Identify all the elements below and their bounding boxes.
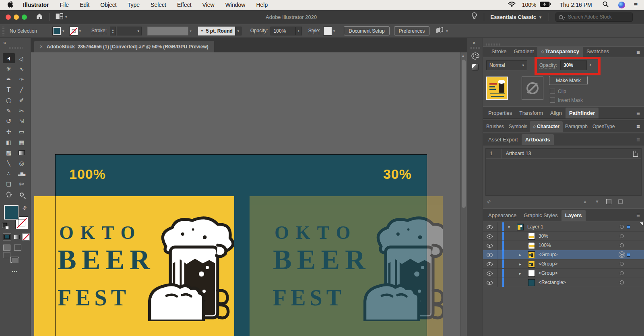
canvas-vertical-scrollbar[interactable]: ▴ xyxy=(460,52,467,336)
screen-mode-icon[interactable] xyxy=(10,257,19,263)
stroke-weight-label[interactable]: Stroke: xyxy=(91,28,107,34)
scissors-tool[interactable]: ✂ xyxy=(16,106,28,116)
target-circle-icon[interactable] xyxy=(620,271,624,275)
arrange-documents-icon[interactable] xyxy=(56,13,63,21)
stock-search-input[interactable] xyxy=(555,12,633,22)
lasso-tool[interactable]: ∿ xyxy=(16,64,28,74)
close-window-button[interactable] xyxy=(6,15,11,20)
controlbar-grip[interactable] xyxy=(2,27,4,35)
tab-transform[interactable]: Transform xyxy=(516,108,547,118)
close-document-icon[interactable]: × xyxy=(40,44,43,50)
layer-name[interactable]: <Group> xyxy=(539,270,557,276)
draw-behind-mode-icon[interactable] xyxy=(14,245,21,251)
tab-graphic-styles[interactable]: Graphic Styles xyxy=(520,210,561,221)
visibility-eye-icon[interactable] xyxy=(487,234,493,239)
visibility-eye-icon[interactable] xyxy=(487,281,493,285)
new-artboard-icon[interactable] xyxy=(606,199,611,204)
color-panel-icon[interactable] xyxy=(471,52,479,61)
layer-thumbnail[interactable] xyxy=(528,270,535,277)
pen-tool[interactable]: ✒ xyxy=(3,74,15,84)
dock-grip[interactable] xyxy=(470,47,481,49)
selection-indicator[interactable] xyxy=(627,225,630,229)
magic-wand-tool[interactable]: ✳ xyxy=(3,64,15,74)
paintbrush-tool[interactable]: ✐ xyxy=(16,95,28,105)
tab-layers[interactable]: Layers xyxy=(561,210,586,221)
ellipse-tool[interactable]: ◯ xyxy=(3,95,15,105)
opacity-label[interactable]: Opacity: xyxy=(250,28,268,34)
lightbulb-discover-icon[interactable] xyxy=(471,12,477,22)
transparency-opacity-label[interactable]: Opacity: xyxy=(539,62,557,68)
artboard-name[interactable]: Artboard 13 xyxy=(506,151,531,156)
rotate-tool[interactable]: ↺ xyxy=(3,116,15,126)
menu-view[interactable]: View xyxy=(202,2,215,8)
layer-thumbnail[interactable] xyxy=(528,279,535,286)
layer-row-group2[interactable]: ▸ <Group> xyxy=(483,259,644,269)
target-circle-icon[interactable] xyxy=(620,262,624,266)
draw-inside-mode-icon[interactable] xyxy=(3,252,10,258)
selection-indicator[interactable] xyxy=(627,253,630,257)
move-up-icon[interactable]: ▲ xyxy=(583,199,587,204)
minimize-window-button[interactable] xyxy=(14,15,19,20)
menu-help[interactable]: Help xyxy=(256,2,268,8)
layer-name[interactable]: <Group> xyxy=(539,252,557,257)
edit-toolbar-ellipsis-icon[interactable]: … xyxy=(11,266,19,274)
layer-row-100[interactable]: 100% xyxy=(483,241,644,250)
tab-transparency[interactable]: ◇Transparency xyxy=(537,46,582,57)
target-circle-icon[interactable] xyxy=(620,243,624,247)
line-segment-tool[interactable]: ╱ xyxy=(16,85,28,95)
menu-file[interactable]: File xyxy=(60,2,69,8)
symbol-sprayer-tool[interactable]: ∴ xyxy=(3,168,15,178)
layer-thumbnail[interactable] xyxy=(528,251,535,258)
tab-appearance[interactable]: Appearance xyxy=(485,210,520,221)
target-circle-icon[interactable] xyxy=(620,253,624,257)
panel-menu-icon[interactable]: ≡ xyxy=(636,109,640,116)
transparency-opacity-field[interactable]: 30% xyxy=(560,60,587,70)
artboard-tool[interactable]: ❏ xyxy=(3,179,15,189)
tab-gradient[interactable]: Gradient xyxy=(510,46,538,57)
brush-definition-preview[interactable]: • 5 pt. Round xyxy=(198,27,235,35)
mask-thumbnail-empty[interactable] xyxy=(522,77,543,100)
target-circle-icon[interactable] xyxy=(620,225,624,229)
free-transform-tool[interactable]: ▭ xyxy=(16,127,28,137)
puppet-warp-tool[interactable]: ✣ xyxy=(3,127,15,137)
color-guide-panel-icon[interactable] xyxy=(472,64,479,71)
menubar-clock[interactable]: Thu 2:16 PM xyxy=(560,2,592,8)
swap-fill-stroke-icon[interactable]: ⇄ xyxy=(21,204,28,211)
column-graph-tool[interactable]: ▂▆▄ xyxy=(16,168,28,178)
arrange-documents-chevron-icon[interactable]: ▾ xyxy=(65,15,67,19)
invert-mask-checkbox[interactable] xyxy=(550,97,555,103)
visibility-eye-icon[interactable] xyxy=(487,253,493,257)
blend-mode-dropdown[interactable]: Normal ▾ xyxy=(486,60,527,70)
battery-icon[interactable] xyxy=(540,2,551,8)
tab-properties[interactable]: Properties xyxy=(485,108,516,118)
layer-thumbnail[interactable] xyxy=(528,233,535,240)
toolbar-grip[interactable] xyxy=(9,47,23,49)
fill-indicator-swatch[interactable] xyxy=(4,205,19,220)
draw-normal-mode-icon[interactable] xyxy=(3,245,10,251)
slice-tool[interactable]: ✄ xyxy=(16,179,28,189)
layer-row-group-selected[interactable]: ▸ <Group> xyxy=(483,250,644,259)
default-fill-stroke-icon[interactable] xyxy=(2,223,7,228)
style-chevron-icon[interactable]: ▾ xyxy=(333,29,335,33)
layer-thumbnail[interactable] xyxy=(528,261,535,268)
stroke-color-chevron-icon[interactable]: ▾ xyxy=(79,29,81,33)
menu-object[interactable]: Object xyxy=(100,2,116,8)
target-circle-icon[interactable] xyxy=(620,280,624,284)
panel-menu-icon[interactable]: ≡ xyxy=(636,136,640,143)
visibility-eye-icon[interactable] xyxy=(487,225,493,229)
layer-name[interactable]: <Rectangle> xyxy=(539,280,566,285)
hand-tool[interactable] xyxy=(3,189,15,199)
panel-menu-icon[interactable]: ≡ xyxy=(636,122,640,129)
layer-thumbnail[interactable] xyxy=(528,242,535,249)
curvature-tool[interactable]: ✑ xyxy=(16,74,28,84)
scrollbar-thumb[interactable] xyxy=(462,60,466,208)
tab-align[interactable]: Align xyxy=(547,108,566,118)
document-setup-button[interactable]: Document Setup xyxy=(344,26,389,35)
poster-30-percent[interactable]: OKTO BEER FEST xyxy=(250,196,443,336)
canvas[interactable]: 100% 30% OKTO BEER FEST OKTO BEER FEST ▴ xyxy=(31,52,467,336)
visibility-eye-icon[interactable] xyxy=(487,244,493,248)
stroke-weight-stepper[interactable]: ▴▾ xyxy=(110,27,116,35)
stroke-color-swatch[interactable] xyxy=(69,27,78,35)
none-mode-button[interactable] xyxy=(22,233,30,241)
variable-width-dropdown[interactable] xyxy=(147,27,188,35)
